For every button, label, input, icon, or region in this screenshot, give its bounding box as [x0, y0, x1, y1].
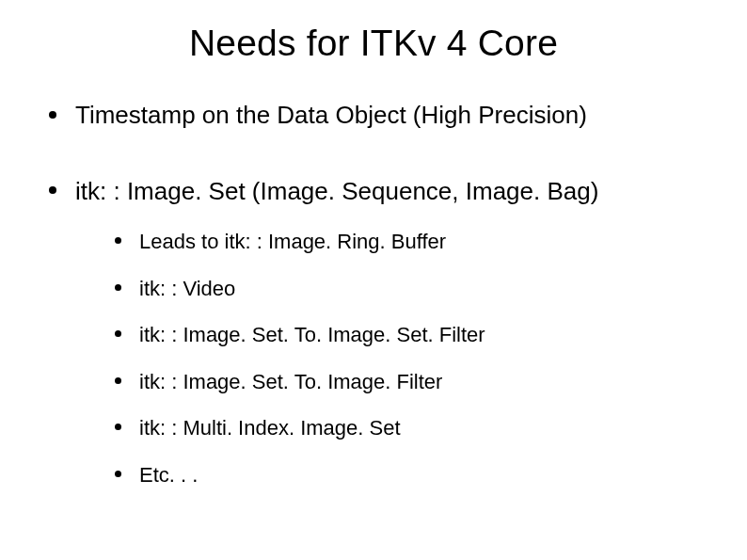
- list-item: itk: : Image. Set. To. Image. Set. Filte…: [115, 322, 709, 348]
- list-item-text: Timestamp on the Data Object (High Preci…: [75, 101, 587, 129]
- list-item-text: Leads to itk: : Image. Ring. Buffer: [139, 230, 446, 253]
- list-item: itk: : Video: [115, 276, 709, 302]
- list-item-text: itk: : Image. Set. To. Image. Filter: [139, 370, 442, 393]
- list-item: itk: : Multi. Index. Image. Set: [115, 415, 709, 441]
- list-item-text: itk: : Multi. Index. Image. Set: [139, 416, 401, 440]
- sub-bullet-list: Leads to itk: : Image. Ring. Buffer itk:…: [75, 229, 709, 488]
- list-item-text: itk: : Video: [139, 277, 235, 300]
- slide-title: Needs for ITKv 4 Core: [38, 23, 709, 64]
- list-item-text: itk: : Image. Set (Image. Sequence, Imag…: [75, 177, 598, 205]
- list-item-text: itk: : Image. Set. To. Image. Set. Filte…: [139, 323, 485, 346]
- slide: Needs for ITKv 4 Core Timestamp on the D…: [0, 0, 747, 560]
- list-item: Timestamp on the Data Object (High Preci…: [49, 100, 709, 131]
- list-item: Leads to itk: : Image. Ring. Buffer: [115, 229, 709, 255]
- list-item: Etc. . .: [115, 462, 709, 488]
- bullet-list: Timestamp on the Data Object (High Preci…: [38, 100, 709, 488]
- list-item-text: Etc. . .: [139, 463, 198, 487]
- list-item: itk: : Image. Set. To. Image. Filter: [115, 369, 709, 395]
- list-item: itk: : Image. Set (Image. Sequence, Imag…: [49, 176, 709, 488]
